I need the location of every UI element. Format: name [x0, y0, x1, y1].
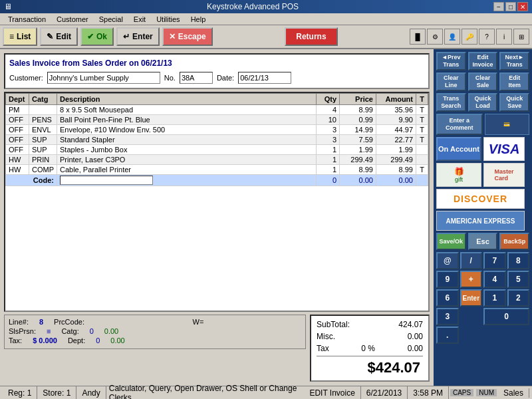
dept-amt: 0.00 [110, 336, 124, 344]
catg-label: Catg: [61, 327, 78, 335]
quick-save-button[interactable]: QuickSave [499, 93, 529, 112]
num0-button[interactable]: 0 [483, 308, 529, 325]
prev-trans-button[interactable]: ◄PrevTrans [436, 52, 466, 70]
table-row[interactable]: OFF PENS Ball Point Pen-Fine Pt. Blue 10… [6, 115, 428, 125]
visa-button[interactable]: VISA [483, 137, 525, 161]
code-input[interactable] [60, 176, 153, 185]
invoice-no-input[interactable] [180, 72, 213, 84]
next-trans-button[interactable]: Next►Trans [499, 52, 529, 70]
table-row[interactable]: HW COMP Cable, Parallel Printer 1 8.99 8… [6, 165, 428, 175]
num7-button[interactable]: 7 [483, 252, 506, 269]
num6-button[interactable]: 6 [436, 289, 459, 307]
slsprsn-val: ≡ [47, 327, 51, 335]
num1-button[interactable]: 1 [483, 289, 506, 307]
app-icon: 🖥 [4, 2, 12, 11]
table-row[interactable]: PM 8 x 9.5 Soft Mousepad 4 8.99 35.96 T [6, 105, 428, 115]
divide-button[interactable]: / [460, 252, 483, 269]
menu-transaction[interactable]: Transaction [3, 15, 51, 23]
x-icon: ✕ [169, 32, 176, 41]
date-label: 6/21/2013 [366, 388, 402, 398]
at-button[interactable]: @ [436, 252, 459, 269]
key-icon[interactable]: 🔑 [462, 29, 477, 45]
code-row: Code: 0 0.00 0.00 [6, 175, 428, 186]
col-header-dept: Dept [6, 94, 29, 105]
discover-button[interactable]: DISCOVER [436, 189, 525, 209]
edit-invoice-button[interactable]: EditInvoice [468, 52, 498, 70]
table-row[interactable]: OFF SUP Standard Stapler 3 7.59 22.77 T [6, 135, 428, 145]
credit-card-icon: 💳 [503, 122, 510, 128]
plus-button[interactable]: + [460, 271, 483, 288]
returns-button[interactable]: Returns [285, 27, 338, 46]
subtotal-val: 424.07 [398, 320, 423, 329]
menu-special[interactable]: Special [94, 15, 128, 23]
tax-pct: 0 % [361, 344, 375, 353]
time-label: 3:58 PM [413, 388, 443, 398]
menu-help[interactable]: Help [186, 15, 211, 23]
table-row[interactable]: OFF SUP Staples - Jumbo Box 1 1.99 1.99 [6, 145, 428, 155]
status-message: Calculator, Query, Open Drawer, OS Shell… [106, 384, 305, 400]
num4-button[interactable]: 4 [483, 271, 506, 288]
list-button[interactable]: ≡ List [3, 27, 37, 46]
col-header-price: Price [340, 94, 376, 105]
enter-button[interactable]: ↵ Enter [116, 27, 160, 46]
clear-line-button[interactable]: ClearLine [436, 72, 466, 91]
menu-exit[interactable]: Exit [128, 15, 151, 23]
w-eq: W= [95, 318, 301, 326]
decimal-button[interactable]: . [436, 327, 459, 344]
on-account-button[interactable]: On Account [436, 137, 481, 161]
barcode-icon[interactable]: ▐▌ [410, 29, 426, 45]
esc-button[interactable]: Esc [468, 233, 498, 250]
status-bar: Reg: 1 Store: 1 Andy Calculator, Query, … [0, 386, 532, 399]
ok-button[interactable]: ✔ Ok [80, 27, 114, 46]
customer-input[interactable] [47, 72, 160, 84]
store-label: Store: 1 [43, 388, 70, 398]
gift-card-button[interactable]: 🎁 gift [436, 163, 481, 187]
app-title: Keystroke Advanced POS [12, 2, 493, 11]
enter-calc-button[interactable]: Enter [460, 289, 483, 307]
menu-customer[interactable]: Customer [51, 15, 94, 23]
user-icon[interactable]: 👤 [444, 29, 460, 45]
settings-icon[interactable]: ⚙ [427, 29, 443, 45]
grand-total: $424.07 [317, 356, 423, 378]
num8-button[interactable]: 8 [507, 252, 530, 269]
left-panel: Sales Invoice from Sales Order on 06/21/… [0, 49, 434, 386]
maximize-button[interactable]: □ [505, 2, 516, 11]
caps-indicator: CAPS [450, 389, 473, 396]
help-icon[interactable]: ? [479, 29, 495, 45]
menu-utilities[interactable]: Utilities [151, 15, 185, 23]
num9-button[interactable]: 9 [436, 271, 459, 288]
enter-comment-button[interactable]: Enter aComment [436, 114, 483, 135]
table-row[interactable]: OFF ENVL Envelope, #10 Window Env. 500 3… [6, 125, 428, 135]
clear-sale-button[interactable]: ClearSale [468, 72, 498, 91]
info-panel: Line#: 8 PrcCode: W= SlsPrsn: ≡ Catg: 0 … [4, 315, 306, 349]
col-header-desc: Description [57, 94, 317, 105]
info-icon[interactable]: i [496, 29, 512, 45]
date-input[interactable] [238, 72, 291, 84]
table-row[interactable]: HW PRIN Printer, Laser C3PO 1 299.49 299… [6, 155, 428, 165]
quick-load-button[interactable]: QuickLoad [468, 93, 498, 112]
escape-button[interactable]: ✕ Escape [162, 27, 213, 46]
num3-button[interactable]: 3 [436, 308, 459, 325]
windows-icon[interactable]: ⊞ [513, 29, 529, 45]
mastercard-button[interactable]: MasterCard [483, 163, 525, 187]
list-icon: ≡ [9, 32, 14, 41]
edit-item-button[interactable]: EditItem [499, 72, 529, 91]
bottom-area: Line#: 8 PrcCode: W= SlsPrsn: ≡ Catg: 0 … [4, 315, 430, 382]
col-header-catg: Catg [29, 94, 57, 105]
trans-search-button[interactable]: TransSearch [436, 93, 466, 112]
minimize-button[interactable]: − [493, 2, 504, 11]
col-header-amount: Amount [376, 94, 416, 105]
title-bar: 🖥 Keystroke Advanced POS − □ ✕ [0, 0, 532, 13]
sales-segment: Sales [498, 388, 529, 398]
time-segment: 3:58 PM [408, 386, 449, 399]
num5-button[interactable]: 5 [507, 271, 530, 288]
num2-button[interactable]: 2 [507, 289, 530, 307]
save-ok-button[interactable]: Save/Ok [436, 233, 466, 250]
line-val: 8 [39, 318, 43, 326]
close-button[interactable]: ✕ [517, 2, 528, 11]
edit-button[interactable]: ✎ Edit [40, 27, 78, 46]
amex-button[interactable]: AMERICAN EXPRESS [436, 211, 525, 231]
backsp-button[interactable]: BackSp [499, 233, 529, 250]
subtotal-label: SubTotal: [317, 320, 350, 329]
mode-segment: EDIT Invoice [304, 386, 360, 399]
